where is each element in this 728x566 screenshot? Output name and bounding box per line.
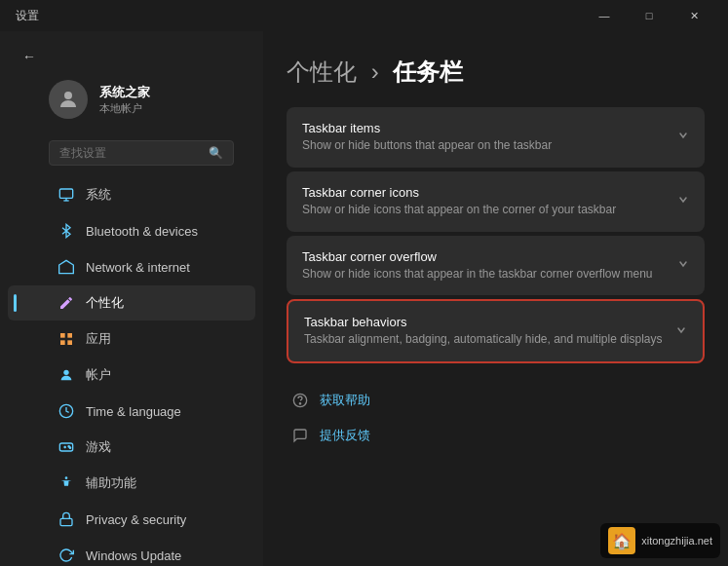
help-icon: [290, 391, 310, 410]
network-icon: [57, 257, 76, 277]
watermark-logo: 🏠: [608, 527, 635, 554]
bluetooth-icon: [57, 221, 76, 241]
gaming-icon: [57, 437, 76, 457]
card-taskbar-corner-icons[interactable]: Taskbar corner icons Show or hide icons …: [287, 171, 705, 232]
sidebar-label-privacy: Privacy & security: [86, 512, 186, 527]
user-profile[interactable]: 系统之家 本地帐户: [0, 70, 263, 129]
main-content: 个性化 › 任务栏 Taskbar items Show or hide but…: [263, 31, 728, 566]
sidebar-item-system[interactable]: 系统: [8, 177, 255, 212]
sidebar-label-time: Time & language: [86, 404, 181, 419]
sidebar-item-accessibility[interactable]: 辅助功能: [8, 466, 255, 501]
card-desc-taskbar-items: Show or hide buttons that appear on the …: [302, 137, 666, 154]
back-button[interactable]: ←: [16, 43, 43, 70]
card-taskbar-behaviors[interactable]: Taskbar behaviors Taskbar alignment, bad…: [287, 299, 705, 363]
time-icon: [57, 401, 76, 421]
card-title-taskbar-corner-icons: Taskbar corner icons: [302, 185, 666, 200]
card-desc-taskbar-behaviors: Taskbar alignment, badging, automaticall…: [304, 331, 664, 348]
card-chevron-taskbar-corner-icons: [677, 194, 689, 208]
titlebar-title: 设置: [16, 8, 39, 24]
sidebar-item-bluetooth[interactable]: Bluetooth & devices: [8, 213, 255, 248]
sidebar-label-personalize: 个性化: [86, 294, 124, 312]
sidebar: ← 系统之家 本地帐户 🔍 系统 Bluetooth & devices Net…: [0, 31, 263, 566]
titlebar-controls: — □ ✕: [582, 0, 716, 31]
settings-cards: Taskbar items Show or hide buttons that …: [287, 107, 705, 363]
link-label-help: 获取帮助: [320, 392, 370, 409]
sidebar-item-apps[interactable]: 应用: [8, 321, 255, 357]
card-chevron-taskbar-corner-overflow: [677, 258, 689, 273]
apps-icon: [57, 329, 76, 349]
card-title-taskbar-items: Taskbar items: [302, 121, 666, 135]
svg-point-14: [69, 447, 70, 448]
feedback-icon: [290, 426, 310, 445]
svg-point-15: [65, 476, 68, 479]
sidebar-label-accounts: 帐户: [86, 366, 111, 384]
breadcrumb-separator: ›: [371, 58, 379, 85]
user-subtitle: 本地帐户: [99, 101, 150, 116]
card-chevron-taskbar-behaviors: [675, 324, 687, 339]
sidebar-item-accounts[interactable]: 帐户: [8, 358, 255, 393]
sidebar-label-bluetooth: Bluetooth & devices: [86, 224, 198, 239]
accessibility-icon: [57, 473, 76, 493]
svg-rect-5: [67, 333, 72, 338]
search-box: 🔍: [49, 140, 234, 166]
system-icon: [57, 185, 76, 205]
card-taskbar-items[interactable]: Taskbar items Show or hide buttons that …: [287, 107, 705, 168]
accounts-icon: [57, 365, 76, 385]
breadcrumb-parent: 个性化: [287, 58, 357, 85]
sidebar-label-network: Network & internet: [86, 260, 190, 275]
maximize-button[interactable]: □: [627, 0, 671, 31]
privacy-icon: [57, 509, 76, 529]
sidebar-label-accessibility: 辅助功能: [86, 474, 136, 492]
sidebar-item-network[interactable]: Network & internet: [8, 249, 255, 284]
link-feedback[interactable]: 提供反馈: [287, 418, 705, 453]
svg-rect-6: [60, 340, 65, 345]
breadcrumb: 个性化 › 任务栏: [287, 57, 705, 88]
watermark: 🏠 xitongzhijia.net: [600, 523, 720, 558]
user-name: 系统之家: [99, 84, 150, 101]
breadcrumb-current: 任务栏: [393, 58, 463, 85]
close-button[interactable]: ✕: [671, 0, 716, 31]
sidebar-item-time[interactable]: Time & language: [8, 394, 255, 429]
svg-point-8: [63, 370, 68, 375]
card-chevron-taskbar-items: [677, 130, 689, 144]
svg-point-0: [64, 92, 72, 99]
sidebar-nav: 系统 Bluetooth & devices Network & interne…: [0, 177, 263, 566]
sidebar-label-update: Windows Update: [86, 548, 181, 563]
sidebar-item-gaming[interactable]: 游戏: [8, 430, 255, 465]
svg-rect-16: [60, 518, 72, 525]
card-desc-taskbar-corner-overflow: Show or hide icons that appear in the ta…: [302, 266, 666, 283]
avatar: [49, 80, 88, 119]
sidebar-item-privacy[interactable]: Privacy & security: [8, 502, 255, 537]
card-taskbar-corner-overflow[interactable]: Taskbar corner overflow Show or hide ico…: [287, 236, 705, 296]
sidebar-label-apps: 应用: [86, 330, 111, 348]
titlebar: 设置 — □ ✕: [0, 0, 728, 31]
user-info: 系统之家 本地帐户: [99, 84, 150, 116]
svg-rect-1: [59, 189, 72, 198]
sidebar-label-system: 系统: [86, 186, 111, 204]
sidebar-item-update[interactable]: Windows Update: [8, 538, 255, 566]
card-title-taskbar-behaviors: Taskbar behaviors: [304, 315, 664, 329]
link-label-feedback: 提供反馈: [320, 427, 370, 444]
search-container: 🔍: [0, 136, 263, 173]
minimize-button[interactable]: —: [582, 0, 627, 31]
svg-rect-7: [67, 340, 72, 345]
search-icon: 🔍: [209, 146, 223, 160]
svg-rect-4: [60, 333, 65, 338]
card-title-taskbar-corner-overflow: Taskbar corner overflow: [302, 249, 666, 264]
bottom-links: 获取帮助 提供反馈: [287, 383, 705, 453]
svg-point-18: [299, 403, 300, 404]
sidebar-label-gaming: 游戏: [86, 438, 111, 456]
personalize-icon: [57, 293, 76, 313]
search-input[interactable]: [59, 146, 196, 160]
watermark-text: xitongzhijia.net: [641, 535, 712, 547]
card-desc-taskbar-corner-icons: Show or hide icons that appear on the co…: [302, 202, 666, 218]
sidebar-item-personalize[interactable]: 个性化: [8, 285, 255, 321]
link-help[interactable]: 获取帮助: [287, 383, 705, 418]
update-icon: [57, 546, 76, 565]
